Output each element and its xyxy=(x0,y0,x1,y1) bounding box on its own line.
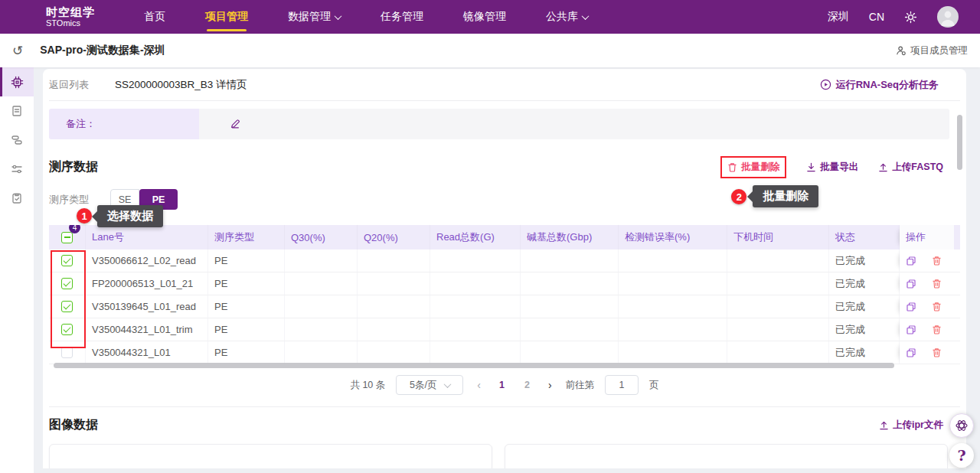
upload-fastq-button[interactable]: 上传FASTQ xyxy=(878,161,943,174)
main-nav: 首页 项目管理 数据管理 任务管理 镜像管理 公共库 xyxy=(124,0,608,34)
pencil-icon[interactable] xyxy=(230,119,240,129)
chatgpt-icon xyxy=(954,418,969,433)
clipboard-icon xyxy=(11,192,23,204)
page-size-select[interactable]: 5条/页 xyxy=(396,375,463,395)
brand-name-cn: 时空组学 xyxy=(46,6,95,18)
back-to-list-link[interactable]: 返回列表 xyxy=(49,78,89,92)
copy-icon[interactable] xyxy=(906,347,916,358)
chevron-down-icon xyxy=(443,380,451,388)
lane-cell: V350044321_L01_trim xyxy=(86,318,208,341)
sequencing-type-label: 测序类型 xyxy=(49,193,89,207)
nav-item-home[interactable]: 首页 xyxy=(124,0,185,34)
batch-delete-annotation-box: 批量删除 2 批量删除 xyxy=(720,156,786,178)
trash-icon[interactable] xyxy=(932,302,942,312)
nav-item-public-library[interactable]: 公共库 xyxy=(526,0,608,34)
back-icon[interactable]: ↺ xyxy=(12,43,23,59)
sidebar-item-link[interactable] xyxy=(0,126,34,155)
status-cell: 已完成 xyxy=(829,318,900,341)
section-divider xyxy=(49,406,960,407)
col-q30: Q30(%) xyxy=(285,225,358,250)
upload-ipr-button[interactable]: 上传ipr文件 xyxy=(879,419,943,432)
col-status: 状态 xyxy=(829,225,900,250)
detail-page-title: SS200000003BR_B3 详情页 xyxy=(115,78,247,92)
trash-icon xyxy=(727,162,737,172)
step-2-tooltip: 批量删除 xyxy=(753,185,818,207)
nav-item-images[interactable]: 镜像管理 xyxy=(443,0,526,34)
selected-count-badge: 4 xyxy=(69,225,80,233)
col-error-rate: 检测错误率(%) xyxy=(619,225,727,250)
pagination: 共 10 条 5条/页 ‹ 1 2 › 前往第 页 xyxy=(49,374,960,396)
trash-icon[interactable] xyxy=(932,279,942,289)
lane-cell: FP200006513_L01_21 xyxy=(86,272,208,295)
col-q20: Q20(%) xyxy=(358,225,430,250)
batch-delete-button[interactable]: 批量删除 xyxy=(727,161,779,174)
top-navbar: 时空组学 STOmics 首页 项目管理 数据管理 任务管理 镜像管理 公共库 … xyxy=(0,0,980,34)
person-icon xyxy=(896,45,906,56)
step-1-tooltip: 选择数据 xyxy=(97,205,163,227)
dataset-title: SAP-pro-测试数据集-深圳 xyxy=(40,44,165,57)
sidebar-item-chip[interactable] xyxy=(0,67,34,96)
sidebar-item-sliders[interactable] xyxy=(0,155,34,184)
table-row: V350139645_L01_read PE 已完成 xyxy=(49,295,960,318)
status-cell: 已完成 xyxy=(829,295,900,318)
row-checkbox[interactable] xyxy=(61,301,73,312)
brand-logo[interactable]: 时空组学 STOmics xyxy=(46,6,95,28)
image-section-actions: 上传ipr文件 xyxy=(879,419,943,432)
page-number-1[interactable]: 1 xyxy=(495,380,509,390)
step-1-badge: 1 xyxy=(77,208,92,223)
trash-icon[interactable] xyxy=(932,347,942,357)
vertical-scrollbar[interactable] xyxy=(957,115,962,170)
image-card[interactable] xyxy=(505,444,948,468)
table-row: FP200006513_L01_21 PE 已完成 xyxy=(49,272,960,295)
prev-page-button[interactable]: ‹ xyxy=(474,379,484,391)
chevron-down-icon xyxy=(582,12,590,20)
copy-icon[interactable] xyxy=(906,302,916,312)
upload-icon xyxy=(878,162,888,172)
batch-export-button[interactable]: 批量导出 xyxy=(806,161,858,174)
page-number-2[interactable]: 2 xyxy=(520,380,534,390)
run-rnaseq-task-button[interactable]: 运行RNA-Seq分析任务 xyxy=(820,78,939,92)
type-cell: PE xyxy=(208,318,285,341)
row-checkbox[interactable] xyxy=(61,255,73,266)
row-checkbox[interactable] xyxy=(61,278,73,289)
select-all-checkbox[interactable] xyxy=(61,232,73,243)
copy-icon[interactable] xyxy=(906,325,916,335)
play-circle-icon xyxy=(820,79,831,90)
sliders-icon xyxy=(11,163,23,175)
nav-item-projects[interactable]: 项目管理 xyxy=(185,0,268,34)
nav-item-data[interactable]: 数据管理 xyxy=(268,0,361,34)
trash-icon[interactable] xyxy=(932,256,942,266)
image-card[interactable] xyxy=(49,444,492,468)
status-cell: 已完成 xyxy=(829,341,900,364)
table-row: V350044321_L01 PE 已完成 xyxy=(49,341,960,364)
avatar[interactable] xyxy=(937,6,959,28)
chevron-down-icon xyxy=(335,12,342,20)
gear-icon[interactable] xyxy=(904,11,917,24)
page-titlebar: ↺ SAP-pro-测试数据集-深圳 项目成员管理 xyxy=(0,34,980,67)
copy-icon[interactable] xyxy=(906,279,916,289)
col-actions: 操作 xyxy=(900,225,954,250)
upload-icon xyxy=(879,420,889,430)
copy-icon[interactable] xyxy=(906,256,916,266)
horizontal-scrollbar[interactable] xyxy=(54,363,894,368)
row-checkbox[interactable] xyxy=(61,347,73,358)
sidebar-item-document[interactable] xyxy=(0,96,34,126)
col-offline-time: 下机时间 xyxy=(727,225,829,250)
remark-value xyxy=(199,109,949,139)
help-button[interactable]: ? xyxy=(949,443,974,468)
trash-icon[interactable] xyxy=(932,325,942,334)
sequencing-table: 1 选择数据 4 Lane号 测序类型 Q30(%) Q20(%) Read总数… xyxy=(49,225,960,364)
row-checkbox[interactable] xyxy=(61,324,73,335)
image-section-title: 图像数据 xyxy=(49,417,98,433)
chip-icon xyxy=(11,76,24,89)
goto-page-input[interactable] xyxy=(605,375,639,395)
nav-item-tasks[interactable]: 任务管理 xyxy=(361,0,443,34)
col-reads: Read总数(G) xyxy=(430,225,521,250)
sidebar-item-clipboard[interactable] xyxy=(0,184,34,213)
left-sidebar xyxy=(0,67,34,473)
region-selector[interactable]: 深圳 xyxy=(828,10,849,24)
next-page-button[interactable]: › xyxy=(545,379,555,391)
language-selector[interactable]: CN xyxy=(869,11,884,23)
chatgpt-button[interactable] xyxy=(949,413,974,438)
project-members-button[interactable]: 项目成员管理 xyxy=(896,44,968,57)
